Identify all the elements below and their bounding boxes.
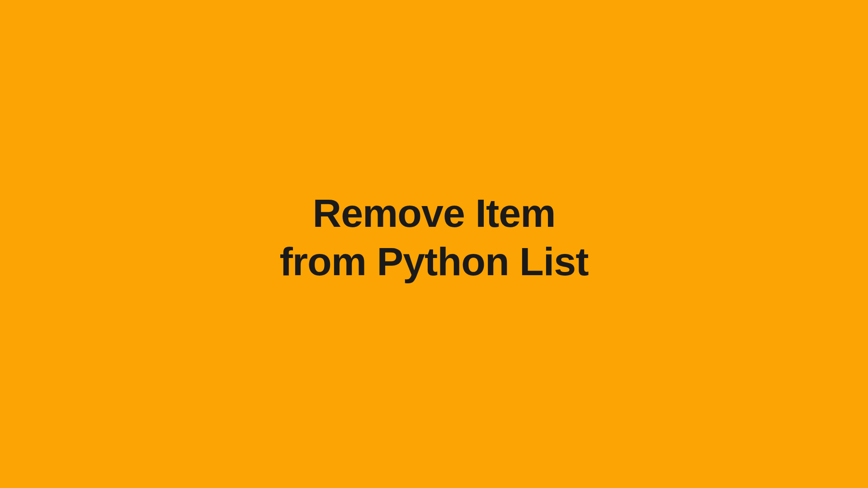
slide-title: Remove Item from Python List — [279, 189, 588, 286]
title-line-2: from Python List — [279, 237, 588, 286]
title-line-1: Remove Item — [279, 189, 588, 237]
